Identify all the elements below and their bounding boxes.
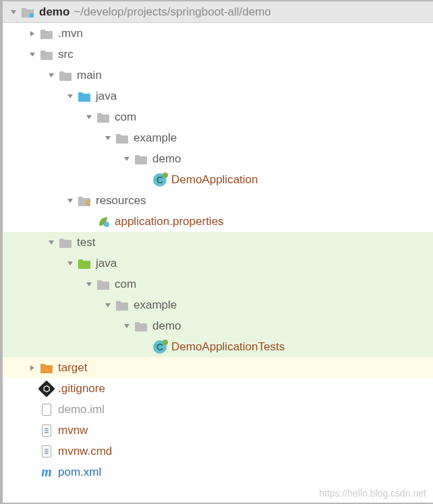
folder-icon [58,68,73,83]
tree-label: mvnw [58,424,88,437]
tree-label: com [115,111,136,124]
excluded-folder-icon [39,360,54,375]
tree-label: test [77,236,95,249]
tree-item-example-main[interactable]: example [3,127,433,148]
expand-down-icon[interactable] [103,134,113,142]
svg-rect-2 [88,200,90,206]
tree-label: demo [152,319,181,333]
expand-down-icon[interactable] [121,322,132,330]
text-file-icon [39,423,54,438]
expand-down-icon[interactable] [46,239,57,247]
tree-item-app-properties[interactable]: application.properties [3,211,433,232]
tree-label: demo [152,152,181,166]
expand-right-icon[interactable] [27,30,38,38]
folder-icon [39,47,54,62]
tree-item-pom[interactable]: m pom.xml [3,462,433,482]
resources-folder-icon [77,193,92,208]
spring-class-icon: C [152,172,167,187]
tree-label: .mvn [58,27,83,40]
tree-item-demo-test[interactable]: demo [3,315,433,336]
tree-label: resources [96,194,146,208]
tree-item-demo-application[interactable]: C DemoApplication [3,169,433,190]
tree-label: demo.iml [58,403,105,416]
expand-down-icon[interactable] [65,92,76,100]
expand-down-icon[interactable] [121,155,132,163]
expand-down-icon[interactable] [103,301,113,309]
tree-item-mvnw[interactable]: mvnw [3,420,433,441]
tree-label: pom.xml [58,466,101,479]
tree-item-test[interactable]: test [3,232,433,253]
folder-icon [39,26,54,41]
tree-item-java-main[interactable]: java [3,86,433,106]
maven-icon: m [39,465,54,480]
module-folder-icon [20,5,35,20]
tree-label: example [134,131,177,145]
tree-item-src[interactable]: src [3,44,433,65]
tree-label: application.properties [115,215,224,228]
tree-item-com-test[interactable]: com [3,274,433,294]
expand-down-icon[interactable] [84,113,94,121]
tree-root-row[interactable]: demo ~/develop/projects/springboot-all/d… [3,1,433,23]
tree-label: src [58,48,74,61]
tree-label: com [115,278,136,291]
tree-label: target [58,361,87,375]
git-icon: ⬡ [39,381,54,396]
package-icon [134,152,148,166]
package-icon [96,110,111,125]
tree-item-gitignore[interactable]: ⬡ .gitignore [3,378,433,399]
project-tree: demo ~/develop/projects/springboot-all/d… [0,0,433,504]
svg-rect-0 [30,13,34,18]
tree-label: java [96,90,117,103]
tree-item-java-test[interactable]: java [3,253,433,274]
expand-down-icon[interactable] [46,71,57,80]
tree-item-demo-main[interactable]: demo [3,148,433,169]
tree-item-resources[interactable]: resources [3,190,433,211]
iml-file-icon [39,402,54,417]
expand-down-icon[interactable] [65,259,76,267]
root-path: ~/develop/projects/springboot-all/demo [74,5,270,19]
tree-label: DemoApplicationTests [171,340,285,354]
tree-item-demo-iml[interactable]: demo.iml [3,399,433,420]
tree-label: .gitignore [58,382,105,396]
tree-item-target[interactable]: target [3,357,433,378]
root-name: demo [39,5,69,19]
spring-leaf-icon [96,214,111,229]
package-icon [96,277,111,292]
expand-down-icon[interactable] [27,51,38,59]
tree-label: main [77,69,102,82]
text-file-icon [39,444,54,459]
expand-down-icon[interactable] [84,280,94,288]
test-source-folder-icon [77,256,92,271]
source-folder-icon [77,89,92,104]
svg-point-3 [104,222,109,227]
tree-item-demo-application-tests[interactable]: C DemoApplicationTests [3,336,433,357]
tree-item-com-main[interactable]: com [3,106,433,127]
tree-item-mvnw-cmd[interactable]: mvnw.cmd [3,441,433,462]
expand-down-icon[interactable] [65,197,76,205]
package-icon [115,131,129,146]
watermark: https://hello.blog.csdn.net [319,488,426,499]
tree-label: DemoApplication [171,173,258,187]
tree-label: mvnw.cmd [58,445,112,458]
tree-item-main[interactable]: main [3,65,433,86]
tree-label: java [96,257,117,270]
package-icon [134,319,148,334]
tree-label: example [134,298,177,312]
spring-class-icon: C [152,340,167,354]
expand-down-icon[interactable] [8,8,19,16]
svg-rect-1 [86,200,88,206]
folder-icon [58,235,73,250]
tree-item-mvn[interactable]: .mvn [3,23,433,44]
package-icon [115,298,129,313]
expand-right-icon[interactable] [27,364,38,372]
tree-item-example-test[interactable]: example [3,294,433,315]
